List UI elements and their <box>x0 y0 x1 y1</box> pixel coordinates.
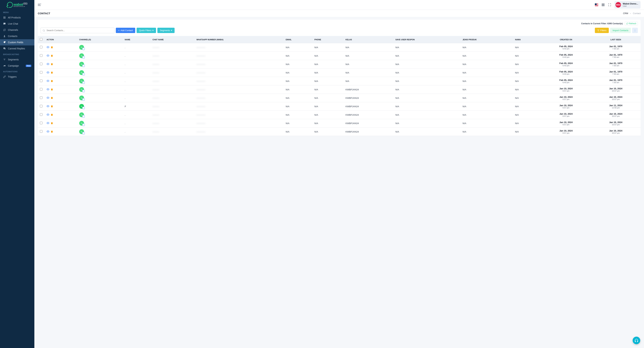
cell-phone: N/A <box>312 52 344 60</box>
delete-icon[interactable] <box>51 46 53 49</box>
cell-chat-name: ——— <box>150 77 194 85</box>
fullscreen-icon[interactable] <box>608 3 611 7</box>
cell-last-seen: Jan 01, 19707:30 am <box>591 69 640 77</box>
sidebar-item-label: Channels <box>8 29 18 31</box>
cell-chat-name: ——— <box>150 111 194 119</box>
cell-chat-name: ——— <box>150 43 194 52</box>
filters-button[interactable]: Filters <box>595 28 609 33</box>
delete-icon[interactable] <box>51 71 53 74</box>
segments-button[interactable]: Segments ▾ <box>158 28 174 33</box>
svg-point-20 <box>48 97 48 98</box>
sidebar-item-canned-replies[interactable]: Canned Replies <box>0 45 34 52</box>
add-contact-button[interactable]: + Add Contact <box>116 28 135 33</box>
sidebar-item-label: Triggers <box>8 75 17 78</box>
menu-toggle-icon[interactable] <box>38 4 41 6</box>
view-icon[interactable] <box>46 88 49 91</box>
logo-text: wabot <box>14 3 23 6</box>
cell-chat-name: ——— <box>150 127 194 136</box>
cell-waba: ———— <box>194 52 284 60</box>
view-icon[interactable] <box>46 130 49 133</box>
support-chat-fab[interactable] <box>633 337 640 344</box>
cell-phone: N/A <box>312 94 344 102</box>
cell-created-on: Feb 05, 20246:43 pm <box>541 69 591 77</box>
row-checkbox[interactable] <box>40 54 42 57</box>
user-menu[interactable]: WDU Wabot Demo... User <box>614 1 640 9</box>
delete-icon[interactable] <box>51 54 53 57</box>
cell-name: . <box>123 69 150 77</box>
language-flag-us-icon[interactable] <box>595 3 598 7</box>
select-all-checkbox[interactable] <box>40 38 42 41</box>
table-row: ↓ . ——— ———— N/A N/A N/A N/A N/A N/A Feb… <box>38 43 640 52</box>
row-checkbox[interactable] <box>40 63 42 65</box>
sidebar-item-custom-fields[interactable]: Custom Fields <box>0 39 34 45</box>
contacts-icon <box>3 35 6 38</box>
view-icon[interactable] <box>46 96 49 100</box>
svg-point-21 <box>48 106 48 107</box>
logo[interactable]: wabot PRO WHATSAPP OFFICIAL API <box>0 0 34 10</box>
row-checkbox[interactable] <box>40 130 42 133</box>
sidebar-item-contacts[interactable]: Contacts <box>0 33 34 39</box>
row-checkbox[interactable] <box>40 46 42 48</box>
delete-icon[interactable] <box>51 88 53 91</box>
view-icon[interactable] <box>46 80 49 83</box>
delete-icon[interactable] <box>51 130 53 133</box>
delete-icon[interactable] <box>51 113 53 116</box>
col-created-on: CREATED ON <box>541 36 591 43</box>
more-options-button[interactable]: ⋮ <box>632 28 638 33</box>
refresh-button[interactable]: Refresh <box>625 22 638 26</box>
cell-save-user-respon: N/A <box>393 111 460 119</box>
cell-nama: N/A <box>513 52 541 60</box>
channel-whatsapp-icon: ↓ <box>79 79 84 83</box>
cell-kelas: N/A <box>344 77 393 85</box>
cell-last-seen: Jan 01, 19707:30 am <box>591 60 640 69</box>
cell-jenis-produk: N/A <box>460 60 513 69</box>
col-phone: PHONE <box>312 36 344 43</box>
cell-jenis-produk: N/A <box>460 119 513 127</box>
link-icon <box>3 75 6 78</box>
apps-grid-icon[interactable] <box>602 3 605 7</box>
cell-save-user-respon: N/A <box>393 119 460 127</box>
search-input[interactable] <box>40 28 114 33</box>
view-icon[interactable] <box>46 63 49 66</box>
chevron-right-icon: › <box>630 12 631 15</box>
quick-filters-button[interactable]: Quick Filters ▾ <box>136 28 156 33</box>
logo-badge: PRO <box>23 3 27 5</box>
sidebar-item-channels[interactable]: Channels <box>0 27 34 33</box>
svg-point-11 <box>43 30 44 31</box>
row-checkbox[interactable] <box>40 122 42 124</box>
view-icon[interactable] <box>46 54 49 58</box>
sidebar-item-live-chat[interactable]: Live Chat <box>0 21 34 27</box>
sidebar-item-all-products[interactable]: All Products <box>0 15 34 21</box>
view-icon[interactable] <box>46 122 49 125</box>
cell-email: N/A <box>284 111 312 119</box>
sidebar-item-triggers[interactable]: Triggers <box>0 74 34 80</box>
sidebar-item-segments[interactable]: Segments <box>0 56 34 63</box>
row-checkbox[interactable] <box>40 80 42 82</box>
delete-icon[interactable] <box>51 97 53 99</box>
delete-icon[interactable] <box>51 105 53 108</box>
cell-email: N/A <box>284 119 312 127</box>
view-icon[interactable] <box>46 46 49 49</box>
row-checkbox[interactable] <box>40 105 42 107</box>
row-checkbox[interactable] <box>40 96 42 99</box>
view-icon[interactable] <box>46 105 49 108</box>
cell-name: . <box>123 85 150 94</box>
row-checkbox[interactable] <box>40 71 42 74</box>
cell-jenis-produk: N/A <box>460 69 513 77</box>
svg-rect-7 <box>602 4 603 5</box>
cell-nama: N/A <box>513 102 541 111</box>
row-checkbox[interactable] <box>40 113 42 116</box>
cell-waba: ———— <box>194 127 284 136</box>
row-checkbox[interactable] <box>40 88 42 91</box>
sidebar-item-campaign[interactable]: Campaign New <box>0 63 34 69</box>
breadcrumb-root[interactable]: CRM <box>623 12 628 15</box>
cell-jenis-produk: N/A <box>460 94 513 102</box>
import-contacts-button[interactable]: Import Contacts <box>610 28 631 33</box>
filter-count-text: Contacts in Current Filter: 6395 Contact… <box>581 22 623 25</box>
table-row: ↓ F ——— ———— N/A N/A KWBPJAN24 N/A N/A N… <box>38 102 640 111</box>
delete-icon[interactable] <box>51 80 53 83</box>
delete-icon[interactable] <box>51 63 53 66</box>
view-icon[interactable] <box>46 71 49 74</box>
view-icon[interactable] <box>46 113 49 116</box>
delete-icon[interactable] <box>51 122 53 125</box>
